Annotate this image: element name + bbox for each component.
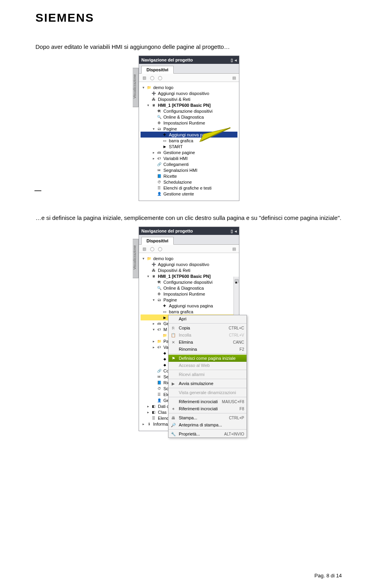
- tree-item[interactable]: ⚙Impostazioni Runtime: [141, 120, 237, 126]
- chevron-icon[interactable]: [152, 174, 156, 178]
- context-menu-item[interactable]: ⚑Definisci come pagina iniziale: [169, 355, 246, 362]
- chevron-icon[interactable]: [152, 121, 156, 125]
- tree-item[interactable]: ▾🖥HMI_1 [KTP600 Basic PN]: [141, 102, 237, 108]
- context-menu-item[interactable]: ⎘CopiaCTRL+C: [169, 324, 246, 331]
- tree-item[interactable]: ▭barra grafica: [141, 138, 237, 143]
- toolbar-new-icon-2[interactable]: ▧: [141, 246, 147, 251]
- chevron-icon[interactable]: [152, 280, 156, 284]
- tree-item[interactable]: 🖧Dispositivi & Reti: [141, 267, 237, 273]
- context-menu-item[interactable]: ▶Avvia simulazione: [169, 380, 246, 387]
- chevron-icon[interactable]: ▾: [152, 327, 156, 331]
- chevron-icon[interactable]: ▸: [152, 322, 156, 326]
- tree-item[interactable]: ▶START: [141, 143, 237, 149]
- tree-item[interactable]: ⏱Schedulazione: [141, 179, 237, 185]
- tree-item[interactable]: 👤Gestione utente: [141, 191, 237, 197]
- chevron-icon[interactable]: [157, 304, 161, 308]
- chevron-icon[interactable]: ▾: [141, 257, 145, 261]
- chevron-icon[interactable]: ▾: [146, 274, 150, 278]
- panel-min-icon[interactable]: ▯: [231, 58, 233, 62]
- chevron-icon[interactable]: [146, 262, 150, 266]
- chevron-icon[interactable]: [152, 115, 156, 119]
- tree-item[interactable]: ▾📁demo logo: [141, 84, 237, 90]
- chevron-icon[interactable]: [152, 286, 156, 290]
- context-menu-item[interactable]: 🔧Proprietà...ALT+INVIO: [169, 430, 246, 437]
- toolbar-extra-icon-2[interactable]: ▤: [231, 246, 237, 251]
- chevron-icon[interactable]: ▾: [152, 298, 156, 302]
- tree-item[interactable]: 🔍Online & Diagnostica: [141, 114, 237, 120]
- chevron-icon[interactable]: [157, 351, 161, 355]
- chevron-icon[interactable]: ▾: [146, 103, 150, 107]
- context-menu-item[interactable]: ✕EliminaCANC: [169, 339, 246, 346]
- tab-dispositivi[interactable]: Dispositivi: [141, 66, 174, 74]
- tree-item[interactable]: ▾🗂Pagine: [141, 297, 237, 303]
- chevron-icon[interactable]: [152, 168, 156, 172]
- panel-collapse-icon[interactable]: ◂: [235, 58, 237, 62]
- chevron-icon[interactable]: ▸: [141, 422, 145, 426]
- chevron-icon[interactable]: [152, 393, 156, 396]
- chevron-icon[interactable]: ▸: [146, 404, 150, 408]
- chevron-icon[interactable]: ▾: [141, 86, 145, 89]
- chevron-icon[interactable]: ▸: [152, 151, 156, 154]
- chevron-icon[interactable]: [157, 145, 161, 149]
- tree-item[interactable]: ▸🏷Variabili HMI: [141, 155, 237, 161]
- chevron-icon[interactable]: [152, 192, 156, 196]
- side-tab-visualizzazione-2[interactable]: Visualizzazione: [133, 239, 139, 278]
- chevron-icon[interactable]: ▸: [152, 345, 156, 349]
- scroll-up-icon[interactable]: ▴: [235, 279, 239, 283]
- toolbar-extra-icon[interactable]: ▤: [231, 75, 237, 80]
- chevron-icon[interactable]: [157, 333, 161, 337]
- tree-item[interactable]: 🔗Collegamenti: [141, 161, 237, 167]
- toolbar-fwd-icon-2[interactable]: ◯: [157, 246, 163, 251]
- tree-item[interactable]: ▸🗃Gestione pagine: [141, 149, 237, 155]
- tree-item[interactable]: 📘Ricette: [141, 173, 237, 179]
- tab-dispositivi-2[interactable]: Dispositivi: [141, 237, 174, 245]
- tree-item[interactable]: ➕Aggiungi nuovo dispositivo: [141, 90, 237, 96]
- toolbar-back-icon[interactable]: ◯: [149, 75, 155, 80]
- chevron-icon[interactable]: [157, 363, 161, 367]
- side-tab-visualizzazione[interactable]: Visualizzazione: [133, 68, 139, 107]
- context-menu-item[interactable]: ✶Riferimenti incrociatiF8: [169, 405, 246, 412]
- chevron-icon[interactable]: [146, 268, 150, 272]
- tree-item[interactable]: ⚙Impostazioni Runtime: [141, 291, 237, 297]
- chevron-icon[interactable]: [152, 180, 156, 184]
- chevron-icon[interactable]: [152, 162, 156, 166]
- chevron-icon[interactable]: [146, 97, 150, 101]
- chevron-icon[interactable]: [157, 316, 161, 320]
- chevron-icon[interactable]: [152, 186, 156, 190]
- tree-item[interactable]: 🔍Online & Diagnostica: [141, 285, 237, 291]
- context-menu-item[interactable]: RinominaF2: [169, 346, 246, 353]
- context-menu-item[interactable]: Apri: [169, 315, 246, 322]
- toolbar-new-icon[interactable]: ▧: [141, 75, 147, 80]
- tree-item[interactable]: ➕Aggiungi nuovo dispositivo: [141, 261, 237, 267]
- chevron-icon[interactable]: [157, 139, 161, 143]
- tree-item[interactable]: ☰Elenchi di grafiche e testi: [141, 185, 237, 191]
- tree-item[interactable]: 🛠Configurazione dispositivi: [141, 279, 237, 285]
- chevron-icon[interactable]: [146, 91, 150, 95]
- tree-item[interactable]: 🖧Dispositivi & Reti: [141, 96, 237, 102]
- chevron-icon[interactable]: [152, 387, 156, 391]
- tree-item[interactable]: ✚Aggiungi nuova pagina: [141, 303, 237, 309]
- tree-item[interactable]: ✉Segnalazioni HMI: [141, 167, 237, 173]
- chevron-icon[interactable]: [152, 381, 156, 385]
- tree-item[interactable]: ✚Aggiungi nuova pagina: [141, 132, 237, 138]
- chevron-icon[interactable]: ▸: [152, 339, 156, 343]
- chevron-icon[interactable]: [152, 398, 156, 402]
- toolbar-fwd-icon[interactable]: ◯: [157, 75, 163, 80]
- chevron-icon[interactable]: [152, 369, 156, 373]
- context-menu-item[interactable]: 🖶Stampa...CTRL+P: [169, 414, 246, 421]
- tree-item[interactable]: ▾📁demo logo: [141, 255, 237, 261]
- panel-collapse-icon-2[interactable]: ◂: [235, 229, 237, 233]
- chevron-icon[interactable]: [157, 133, 161, 137]
- chevron-icon[interactable]: ▾: [152, 127, 156, 131]
- tree-item[interactable]: 🛠Configurazione dispositivi: [141, 108, 237, 114]
- context-menu-item[interactable]: Riferimenti incrociatiMAIUSC+F8: [169, 398, 246, 405]
- tree-item[interactable]: ▾🗂Pagine: [141, 126, 237, 132]
- chevron-icon[interactable]: [146, 416, 150, 420]
- chevron-icon[interactable]: [152, 109, 156, 113]
- chevron-icon[interactable]: [152, 375, 156, 379]
- chevron-icon[interactable]: [157, 310, 161, 314]
- chevron-icon[interactable]: ▸: [152, 156, 156, 160]
- chevron-icon[interactable]: [152, 292, 156, 296]
- context-menu-item[interactable]: 🔎Anteprima di stampa...: [169, 421, 246, 428]
- tree-item[interactable]: ▭barra grafica: [141, 309, 237, 314]
